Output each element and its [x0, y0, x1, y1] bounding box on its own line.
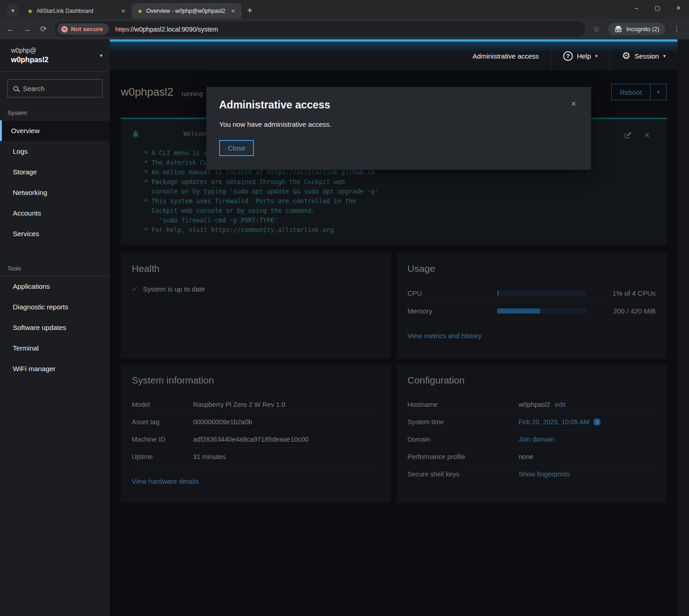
- help-menu[interactable]: ? Help ▾: [551, 42, 609, 70]
- sidebar-item-networking[interactable]: Networking: [0, 182, 110, 203]
- sidebar-section-label: System: [0, 105, 110, 120]
- allstarlink-favicon-icon: ★: [27, 8, 33, 15]
- browser-menu-button[interactable]: ⋮: [669, 22, 684, 37]
- banner-actions: ✕: [624, 131, 650, 140]
- check-icon: ✓: [132, 284, 138, 294]
- session-label: Session: [635, 52, 659, 60]
- window-close-button[interactable]: ✕: [668, 0, 689, 16]
- system-information-card: System information ModelRaspberry Pi Zer…: [121, 364, 391, 502]
- host-switcher-user: w0php@: [11, 46, 100, 55]
- app-viewport: w0php@ w0phpasl2 ▾ Search SystemOverview…: [0, 39, 689, 616]
- browser-tab[interactable]: ★AllStarLink Dashboard✕: [22, 3, 132, 19]
- table-row: System timeFeb 20, 2025, 10:05 AMi: [408, 413, 656, 431]
- bookmark-button[interactable]: ☆: [589, 22, 604, 37]
- view-hardware-details-link[interactable]: View hardware details: [132, 477, 199, 485]
- banner-close-icon[interactable]: ✕: [644, 131, 650, 140]
- tab-close-icon[interactable]: ✕: [229, 7, 237, 15]
- address-bar[interactable]: ✕ Not secure https://w0phpasl2.local:909…: [55, 22, 585, 37]
- not-secure-chip[interactable]: ✕ Not secure: [57, 23, 109, 35]
- row-link-feb-20-2025-10-05-am[interactable]: Feb 20, 2025, 10:05 AM: [519, 418, 590, 426]
- tab-strip: ▾ ★AllStarLink Dashboard✕★Overview - w0p…: [0, 0, 689, 19]
- cards-grid: Health ✓ System is up to date Usage CPU1…: [121, 252, 667, 502]
- sidebar-item-applications[interactable]: Applications: [0, 276, 110, 297]
- usage-card: Usage CPU1% of 4 CPUsMemory200 / 420 MiB…: [397, 252, 667, 358]
- kebab-menu-icon: ⋮: [673, 25, 680, 33]
- row-label: Asset tag: [132, 418, 193, 426]
- scrollbar[interactable]: [678, 39, 689, 616]
- tab-title: Overview - w0php@w0phpasl2: [146, 8, 226, 14]
- sidebar-section: ApplicationsDiagnostic reportsSoftware u…: [0, 276, 110, 379]
- motd-line: * For help, visit https://community.alls…: [144, 225, 624, 235]
- table-row: Asset tag000000009e1b2a0b: [132, 413, 380, 431]
- forward-button[interactable]: →: [19, 22, 35, 37]
- page-title: w0phpasl2: [121, 86, 173, 98]
- health-card: Health ✓ System is up to date: [121, 252, 391, 358]
- host-switcher-host: w0phpasl2: [11, 55, 100, 65]
- modal-close-button[interactable]: Close: [219, 140, 254, 156]
- row-label: Model: [132, 401, 193, 408]
- motd-line: 'sudo firewall-cmd -p PORT:TYPE': [144, 216, 624, 225]
- session-menu[interactable]: ⚙ Session ▾: [609, 42, 678, 70]
- back-button[interactable]: ←: [3, 22, 18, 37]
- tab-close-icon[interactable]: ✕: [119, 7, 127, 15]
- allstarlink-favicon-icon: ★: [137, 8, 143, 15]
- tabs-container: ★AllStarLink Dashboard✕★Overview - w0php…: [22, 3, 242, 19]
- reload-button[interactable]: ⟳: [36, 22, 51, 37]
- url-protocol: https: [115, 26, 129, 33]
- administrative-access-modal: Administrative access ✕ You now have adm…: [206, 87, 591, 170]
- sidebar-item-accounts[interactable]: Accounts: [0, 203, 110, 223]
- sidebar-item-storage[interactable]: Storage: [0, 162, 110, 182]
- browser-toolbar: ← → ⟳ ✕ Not secure https://w0phpasl2.loc…: [0, 19, 689, 39]
- row-link-edit[interactable]: edit: [555, 401, 565, 408]
- modal-title: Administrative access: [219, 99, 569, 111]
- sidebar-item-services[interactable]: Services: [0, 223, 110, 244]
- url-text: https://w0phpasl2.local:9090/system: [115, 26, 218, 33]
- help-icon: ?: [563, 51, 573, 61]
- table-row: Secure shell keysShow fingerprints: [408, 465, 656, 483]
- row-label: Uptime: [132, 453, 193, 460]
- row-link-join-domain[interactable]: Join domain: [519, 436, 554, 443]
- reboot-button[interactable]: Reboot: [611, 84, 650, 100]
- sidebar-section-label: Tools: [0, 260, 110, 276]
- sidebar-item-terminal[interactable]: Terminal: [0, 338, 110, 358]
- sidebar-item-logs[interactable]: Logs: [0, 141, 110, 162]
- search-input[interactable]: Search: [7, 79, 102, 97]
- sidebar-section-gap: [0, 244, 110, 260]
- minimize-button[interactable]: –: [626, 0, 647, 16]
- incognito-badge[interactable]: Incognito (2): [608, 23, 665, 35]
- configuration-title: Configuration: [408, 375, 656, 386]
- tab-search-button[interactable]: ▾: [6, 4, 19, 17]
- browser-window: ▾ ★AllStarLink Dashboard✕★Overview - w0p…: [0, 0, 689, 616]
- masthead: Administrative access ? Help ▾ ⚙ Session…: [110, 39, 678, 70]
- sidebar-item-wifi-manager[interactable]: WiFi manager: [0, 358, 110, 379]
- reboot-menu-button[interactable]: ▾: [650, 84, 667, 100]
- host-switcher[interactable]: w0php@ w0phpasl2 ▾: [0, 39, 110, 72]
- search-icon: [13, 86, 18, 91]
- chevron-down-icon: ▾: [11, 7, 14, 14]
- row-label: Machine ID: [132, 436, 193, 443]
- health-status-row: ✓ System is up to date: [132, 284, 380, 294]
- sidebar-item-diagnostic-reports[interactable]: Diagnostic reports: [0, 297, 110, 317]
- edit-icon[interactable]: [624, 131, 632, 140]
- configuration-card: Configuration Hostnamew0phpasl2editSyste…: [397, 364, 667, 502]
- host-state: running: [182, 86, 203, 97]
- modal-body: You now have administrative access.: [219, 120, 578, 128]
- admin-access-button[interactable]: Administrative access: [461, 42, 551, 70]
- back-icon: ←: [7, 25, 15, 34]
- sidebar-item-software-updates[interactable]: Software updates: [0, 317, 110, 338]
- chevron-down-icon: ▾: [595, 53, 598, 59]
- view-metrics-link[interactable]: View metrics and history: [408, 332, 482, 340]
- tab-title: AllStarLink Dashboard: [37, 8, 116, 14]
- info-icon[interactable]: i: [593, 418, 601, 426]
- new-tab-button[interactable]: +: [242, 5, 258, 19]
- sidebar-nav: SystemOverviewLogsStorageNetworkingAccou…: [0, 105, 110, 379]
- browser-tab[interactable]: ★Overview - w0php@w0phpasl2✕: [132, 3, 242, 19]
- modal-close-icon[interactable]: ✕: [569, 99, 578, 109]
- usage-label: Memory: [408, 307, 497, 315]
- row-link-show-fingerprints[interactable]: Show fingerprints: [519, 470, 570, 478]
- sidebar-item-overview[interactable]: Overview: [0, 120, 110, 141]
- maximize-button[interactable]: ▢: [647, 0, 668, 16]
- chevron-down-icon: ▾: [663, 53, 666, 59]
- table-row: DomainJoin domain: [408, 431, 656, 448]
- bell-icon: [132, 130, 140, 139]
